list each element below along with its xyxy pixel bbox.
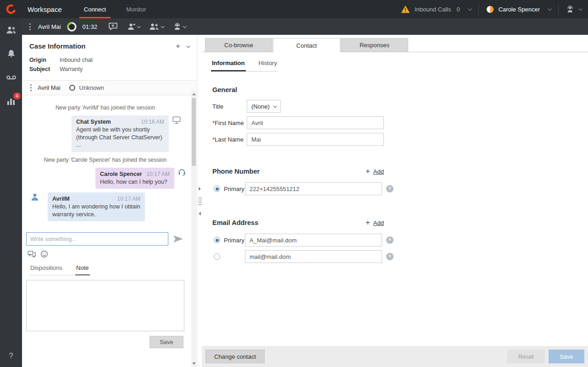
tab-contact[interactable]: Contact — [273, 38, 340, 52]
monitor-icon — [172, 116, 181, 124]
first-name-field[interactable] — [247, 116, 384, 129]
add-email-button[interactable]: + Add — [366, 219, 384, 226]
email-section-header: Email Address + Add — [212, 219, 384, 226]
warning-icon — [401, 5, 410, 13]
first-name-row: *First Name — [212, 116, 588, 129]
client-avatar-icon — [30, 192, 39, 202]
agents-icon[interactable] — [6, 25, 17, 35]
consult-button[interactable] — [173, 22, 186, 31]
plus-icon: + — [366, 219, 370, 226]
general-heading: General — [212, 86, 588, 93]
chat-scrollbar[interactable] — [191, 91, 196, 367]
email-secondary-field[interactable] — [245, 250, 382, 263]
note-tabs: Dispositions Note — [29, 264, 90, 275]
send-message-icon[interactable] — [173, 235, 183, 243]
contact-form: General Title (None) *First Name *Last N… — [202, 71, 588, 263]
statistics-icon[interactable]: 4 — [6, 96, 17, 106]
email-heading: Email Address — [212, 219, 258, 226]
agent-menu-chevron-icon[interactable] — [548, 7, 551, 11]
interaction-party-name: Avril Mai — [38, 23, 61, 30]
chat-event: New party 'Carole Spencer' has joined th… — [28, 157, 183, 163]
contact-save-button[interactable]: Save — [549, 350, 584, 363]
chat-message-row: Chat System 10:16 AM Agent will be with … — [28, 115, 191, 152]
splitter-grip-icon[interactable] — [198, 197, 202, 206]
message-sender: Chat System — [76, 119, 111, 125]
party-status-text: Unknown — [79, 84, 104, 91]
instant-transfer-button[interactable] — [127, 22, 140, 31]
expand-right-icon[interactable] — [199, 187, 201, 191]
email-primary-radio[interactable] — [214, 237, 220, 243]
reset-button[interactable]: Reset — [507, 350, 545, 363]
tab-responses[interactable]: Responses — [341, 38, 408, 52]
chat-message-agent: Carole Spencer 10:17 AM Hello, how can I… — [95, 168, 174, 189]
tab-dispositions[interactable]: Dispositions — [29, 264, 63, 275]
scroll-up-icon[interactable] — [192, 93, 196, 95]
case-information-fields: Origin Inbound chat Subject Warranty — [22, 55, 197, 74]
scroll-down-icon[interactable] — [192, 362, 196, 365]
interaction-toolbar: Avril Mai 01:32 — [22, 18, 588, 35]
email-row: × — [212, 250, 588, 263]
emoji-icon[interactable] — [40, 250, 48, 258]
chat-event: New party 'AvrilM' has joined the sessio… — [28, 104, 183, 111]
end-chat-button[interactable] — [108, 22, 118, 31]
help-icon[interactable]: ? — [9, 351, 13, 361]
phone-primary-radio[interactable] — [214, 186, 220, 192]
title-select[interactable]: (None) — [247, 100, 281, 113]
conference-button[interactable] — [149, 22, 164, 31]
tab-monitor[interactable]: Monitor — [116, 0, 156, 18]
contact-panel: Co-browse Contact Responses Information … — [202, 35, 588, 367]
party-menu-icon[interactable] — [30, 87, 32, 88]
subtab-history[interactable]: History — [258, 60, 278, 71]
push-url-icon[interactable] — [28, 251, 36, 258]
note-save-button[interactable]: Save — [150, 336, 183, 348]
last-name-label: *Last Name — [212, 136, 247, 143]
chat-actions-row — [22, 246, 197, 261]
interaction-menu-icon[interactable] — [29, 26, 31, 27]
email-secondary-radio[interactable] — [214, 253, 220, 260]
case-information-title: Case Information — [29, 42, 86, 50]
tab-note[interactable]: Note — [75, 264, 89, 275]
phone-heading: Phone Number — [212, 168, 260, 175]
genesys-logo — [0, 0, 22, 18]
party-name: Avril Mai — [38, 84, 61, 91]
last-name-row: *Last Name — [212, 133, 588, 146]
add-phone-button[interactable]: + Add — [366, 168, 384, 175]
top-bar: Workspace Connect Monitor Inbound Calls … — [0, 0, 588, 18]
message-time: 10:17 AM — [146, 171, 170, 177]
notifications-bell-icon[interactable] — [6, 49, 17, 59]
chat-message-input[interactable] — [26, 232, 168, 246]
tab-connect[interactable]: Connect — [74, 0, 116, 18]
agent-name: Carole Spencer — [499, 6, 540, 13]
chat-message-row: Carole Spencer 10:17 AM Hello, how can I… — [28, 168, 191, 189]
agent-headset-icon[interactable] — [566, 5, 574, 13]
case-information-header: Case Information + — [22, 35, 197, 50]
workspace-app: Workspace Connect Monitor Inbound Calls … — [0, 0, 588, 367]
channel-chevron-icon[interactable] — [578, 7, 582, 11]
add-case-data-icon[interactable]: + — [176, 43, 180, 49]
collapse-case-chevron-icon[interactable] — [186, 44, 190, 48]
plus-icon: + — [366, 168, 370, 175]
scrollbar-thumb[interactable] — [192, 98, 196, 166]
subtab-information[interactable]: Information — [211, 60, 246, 71]
title-row: Title (None) — [212, 100, 588, 113]
delete-phone-icon[interactable]: × — [386, 185, 394, 192]
message-time: 10:17 AM — [117, 196, 140, 202]
headset-icon — [178, 169, 186, 176]
voicemail-icon[interactable] — [6, 72, 17, 82]
phone-number-field[interactable] — [245, 182, 382, 195]
message-text: Agent will be with you shortly (through … — [76, 126, 164, 149]
delete-email-icon[interactable]: × — [386, 253, 394, 260]
collapse-left-icon[interactable] — [199, 212, 201, 215]
email-primary-field[interactable] — [245, 234, 382, 246]
last-name-field[interactable] — [247, 133, 384, 146]
topbar-right: Inbound Calls 0 Carole Spencer — [401, 4, 588, 15]
divider — [558, 4, 559, 15]
tab-co-browse[interactable]: Co-browse — [205, 38, 272, 52]
change-contact-button[interactable]: Change contact — [205, 350, 265, 363]
panel-splitter[interactable] — [198, 35, 202, 367]
delete-email-icon[interactable]: × — [386, 236, 394, 244]
email-row: Primary × — [212, 234, 588, 246]
chat-party-bar: Avril Mai Unknown — [22, 80, 197, 95]
inbound-calls-chevron-icon[interactable] — [468, 7, 472, 11]
note-textarea[interactable] — [26, 280, 184, 331]
